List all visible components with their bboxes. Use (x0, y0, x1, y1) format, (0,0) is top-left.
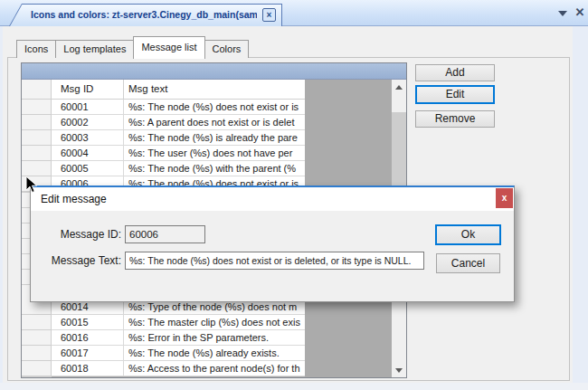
msg-text-cell[interactable]: %s: The user (%s) does not have per (124, 146, 305, 161)
msg-id-cell[interactable]: 60016 (52, 330, 124, 346)
table-row[interactable]: 60003%s: The node (%s) is already the pa… (22, 130, 305, 146)
table-row[interactable]: 60017%s: The node (%s) already exists. (22, 346, 305, 361)
scrollbar-up-icon[interactable] (392, 80, 406, 94)
tab-colors[interactable]: Colors (204, 40, 250, 58)
edit-button[interactable]: Edit (415, 85, 495, 104)
edit-message-dialog: Edit message x Message ID: Message Text:… (30, 185, 515, 302)
document-tab[interactable]: Icons and colors: zt-server3.Cinegy_db_m… (9, 4, 282, 26)
msg-id-cell[interactable]: 60005 (52, 161, 124, 176)
msg-id-cell[interactable]: 60015 (52, 315, 124, 330)
table-row[interactable]: 60016%s: Error in the SP parameters. (22, 330, 305, 346)
msg-text-cell[interactable]: %s: Access to the parent node(s) for th (124, 361, 305, 376)
dialog-close-icon[interactable]: x (496, 188, 513, 208)
grid-column-headers: Msg ID Msg text (22, 80, 305, 100)
table-row[interactable]: 60001%s: The node (%s) does not exist or… (22, 100, 305, 115)
tab-message-list[interactable]: Message list (133, 36, 204, 59)
row-selector-cell[interactable] (22, 146, 52, 161)
scrollbar-down-icon[interactable] (392, 363, 406, 377)
scrollbar-thumb[interactable] (392, 112, 406, 185)
table-row[interactable]: 60005%s: The node (%s) with the parent (… (22, 161, 305, 176)
tab-bar: IconsLog templatesMessage listColors (16, 35, 249, 58)
message-id-field[interactable] (125, 225, 205, 243)
msg-id-cell[interactable]: 60001 (52, 100, 124, 115)
dialog-title: Edit message (41, 187, 107, 211)
left-gutter (0, 26, 3, 390)
tab-log-templates[interactable]: Log templates (55, 40, 134, 58)
message-id-label: Message ID: (31, 225, 121, 243)
document-tab-close-icon[interactable]: × (262, 8, 276, 22)
table-row[interactable]: 60015%s: The master clip (%s) does not e… (22, 315, 305, 330)
row-selector-cell[interactable] (22, 130, 52, 146)
row-selector-cell[interactable] (22, 361, 52, 376)
grid-header-band (22, 63, 406, 80)
ok-button[interactable]: Ok (435, 224, 501, 245)
close-icon[interactable]: ✕ (573, 5, 587, 21)
msg-text-cell[interactable]: %s: The node (%s) with the parent (% (124, 161, 305, 176)
grid-corner-cell[interactable] (22, 80, 52, 100)
bottom-gutter (0, 383, 588, 390)
msg-id-cell[interactable]: 60018 (52, 361, 124, 376)
row-selector-cell[interactable] (22, 330, 52, 346)
msg-text-cell[interactable]: %s: The node (%s) is already the pare (124, 130, 305, 146)
row-selector-cell[interactable] (22, 315, 52, 330)
msg-id-cell[interactable]: 60002 (52, 115, 124, 130)
message-text-field[interactable] (125, 252, 424, 270)
document-tab-title: Icons and colors: zt-server3.Cinegy_db_m… (31, 4, 257, 26)
row-selector-cell[interactable] (22, 161, 52, 176)
document-tab-strip: Icons and colors: zt-server3.Cinegy_db_m… (0, 0, 588, 26)
msg-text-cell[interactable]: %s: The node (%s) already exists. (124, 346, 305, 361)
table-row[interactable]: 60002%s: A parent does not exist or is d… (22, 115, 305, 130)
table-row[interactable]: 60004%s: The user (%s) does not have per (22, 146, 305, 161)
dialog-title-bar[interactable]: Edit message x (31, 187, 514, 211)
right-gutter (573, 26, 588, 390)
message-text-label: Message Text: (31, 252, 121, 270)
column-header-msg-text[interactable]: Msg text (124, 80, 305, 100)
table-row[interactable]: 60018%s: Access to the parent node(s) fo… (22, 361, 305, 376)
row-selector-cell[interactable] (22, 346, 52, 361)
msg-text-cell[interactable]: %s: A parent does not exist or is delet (124, 115, 305, 130)
msg-id-cell[interactable]: 60003 (52, 130, 124, 146)
cancel-button[interactable]: Cancel (436, 253, 500, 273)
msg-text-cell[interactable]: %s: Error in the SP parameters. (124, 330, 305, 346)
remove-button[interactable]: Remove (415, 110, 495, 128)
column-header-msg-id[interactable]: Msg ID (52, 80, 124, 100)
msg-id-cell[interactable]: 60017 (52, 346, 124, 361)
msg-id-cell[interactable]: 60004 (52, 146, 124, 161)
msg-text-cell[interactable]: %s: The master clip (%s) does not exis (124, 315, 305, 330)
row-selector-cell[interactable] (22, 100, 52, 115)
msg-text-cell[interactable]: %s: The node (%s) does not exist or is (124, 100, 305, 115)
add-button[interactable]: Add (415, 64, 495, 81)
tab-icons[interactable]: Icons (16, 40, 56, 58)
row-selector-cell[interactable] (22, 115, 52, 130)
chevron-down-icon[interactable] (558, 11, 567, 16)
